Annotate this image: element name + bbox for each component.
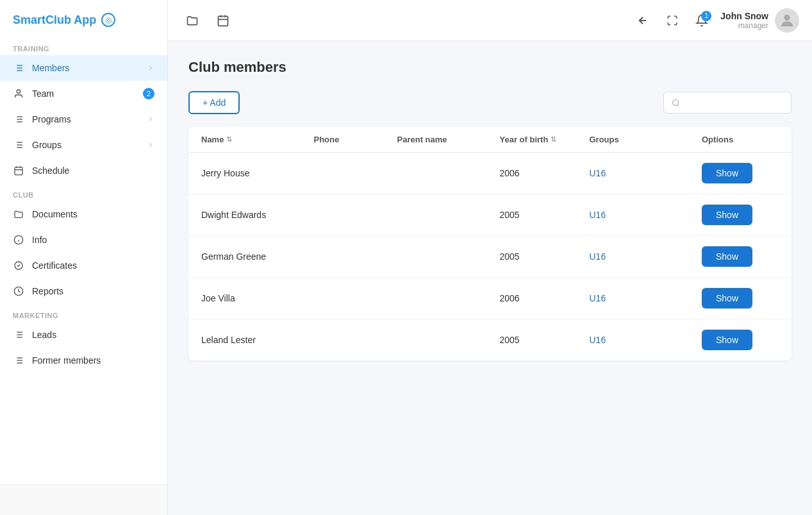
chevron-right-icon — [147, 64, 154, 72]
sidebar-item-members[interactable]: Members — [0, 55, 167, 81]
svg-rect-40 — [219, 16, 228, 26]
sidebar-item-certificates[interactable]: Certificates — [0, 253, 167, 278]
sidebar-item-label: Members — [32, 63, 139, 73]
app-logo[interactable]: SmartClub App ◎ — [0, 0, 167, 37]
sidebar-item-label: Info — [32, 235, 154, 245]
table-row: Joe Villa 2006 U16 Show — [188, 278, 791, 319]
sidebar-section-label: MARKETING — [0, 304, 167, 322]
folder-button[interactable] — [181, 9, 204, 32]
cell-year-of-birth: 2005 — [500, 251, 590, 262]
person-icon — [13, 88, 24, 99]
sidebar-item-documents[interactable]: Documents — [0, 201, 167, 227]
main-area: 1 John Snow manager Club members + Add — [168, 0, 812, 515]
group-link[interactable]: U16 — [590, 335, 606, 345]
badge: 2 — [143, 88, 154, 99]
col-groups: Groups — [590, 135, 702, 144]
sidebar-bottom — [0, 484, 167, 515]
table-row: Dwight Edwards 2005 U16 Show — [188, 194, 791, 236]
group-link[interactable]: U16 — [590, 251, 606, 262]
group-link[interactable]: U16 — [590, 210, 606, 220]
content-area: Club members + Add Name ⇅ Phone — [168, 41, 812, 515]
add-member-button[interactable]: + Add — [188, 91, 240, 114]
search-box — [663, 92, 791, 114]
sidebar-item-label: Certificates — [32, 260, 154, 271]
svg-point-45 — [673, 99, 679, 105]
search-input[interactable] — [685, 97, 783, 108]
cell-name: Leland Lester — [201, 335, 314, 345]
cell-options: Show — [702, 330, 779, 350]
cell-name: Dwight Edwards — [201, 210, 314, 220]
sidebar-item-schedule[interactable]: Schedule — [0, 158, 167, 183]
table-row: Leland Lester 2005 U16 Show — [188, 319, 791, 360]
sidebar-section-label: TRAINING — [0, 37, 167, 55]
sidebar-item-info[interactable]: Info — [0, 227, 167, 253]
back-button[interactable] — [632, 10, 654, 31]
show-button[interactable]: Show — [702, 246, 752, 267]
sidebar-item-leads[interactable]: Leads — [0, 322, 167, 348]
cell-year-of-birth: 2005 — [500, 210, 590, 220]
sidebar-section-label: CLUB — [0, 183, 167, 201]
sidebar-item-programs[interactable]: Programs — [0, 106, 167, 132]
user-name: John Snow — [720, 11, 768, 21]
sidebar-item-label: Leads — [32, 330, 154, 340]
cell-year-of-birth: 2006 — [500, 293, 590, 303]
page-title: Club members — [188, 59, 791, 76]
list-icon — [13, 114, 24, 125]
sidebar-item-label: Schedule — [32, 165, 154, 176]
fullscreen-button[interactable] — [661, 10, 683, 31]
sort-icon-yob: ⇅ — [551, 135, 556, 144]
svg-point-6 — [17, 90, 20, 93]
list-icon — [13, 329, 24, 341]
list-icon — [13, 355, 24, 366]
cell-year-of-birth: 2006 — [500, 168, 590, 178]
show-button[interactable]: Show — [702, 288, 752, 308]
cell-group: U16 — [590, 168, 702, 178]
svg-point-44 — [784, 14, 790, 20]
chevron-right-icon — [147, 115, 154, 123]
sidebar: SmartClub App ◎ TRAININGMembersTeam2Prog… — [0, 0, 168, 515]
cell-group: U16 — [590, 251, 702, 262]
table-row: Jerry House 2006 U16 Show — [188, 153, 791, 194]
user-text: John Snow manager — [720, 11, 768, 30]
info-icon — [13, 234, 24, 246]
col-phone: Phone — [314, 135, 397, 144]
topbar-actions: 1 John Snow manager — [632, 8, 799, 33]
show-button[interactable]: Show — [702, 205, 752, 225]
cell-year-of-birth: 2005 — [500, 335, 590, 345]
table-body: Jerry House 2006 U16 Show Dwight Edwards… — [188, 153, 791, 360]
sidebar-item-groups[interactable]: Groups — [0, 132, 167, 158]
group-link[interactable]: U16 — [590, 293, 606, 303]
sidebar-item-label: Groups — [32, 140, 139, 150]
badge-icon — [13, 260, 24, 271]
col-parent-name: Parent name — [397, 135, 500, 144]
topbar: 1 John Snow manager — [168, 0, 812, 41]
svg-rect-19 — [15, 167, 22, 175]
user-info[interactable]: John Snow manager — [720, 8, 799, 33]
show-button[interactable]: Show — [702, 163, 752, 183]
user-role: manager — [720, 21, 768, 30]
notification-button[interactable]: 1 — [691, 10, 713, 31]
sidebar-item-label: Team — [32, 89, 135, 99]
sidebar-item-team[interactable]: Team2 — [0, 81, 167, 106]
folder-icon — [13, 208, 24, 220]
calendar-button[interactable] — [211, 9, 235, 32]
cell-name: Jerry House — [201, 168, 314, 178]
table-header: Name ⇅ Phone Parent name Year of birth ⇅… — [188, 127, 791, 153]
cell-group: U16 — [590, 210, 702, 220]
cell-options: Show — [702, 288, 779, 308]
notification-badge: 1 — [701, 11, 711, 21]
chevron-right-icon — [147, 141, 154, 149]
cell-group: U16 — [590, 335, 702, 345]
sort-icon: ⇅ — [226, 135, 232, 144]
group-link[interactable]: U16 — [590, 168, 606, 178]
col-year-of-birth: Year of birth ⇅ — [500, 135, 590, 144]
members-table: Name ⇅ Phone Parent name Year of birth ⇅… — [188, 127, 791, 360]
app-name: SmartClub App — [13, 13, 96, 27]
calendar-icon — [13, 165, 24, 176]
cell-name: Joe Villa — [201, 293, 314, 303]
sidebar-item-label: Programs — [32, 114, 139, 124]
sidebar-item-reports[interactable]: Reports — [0, 278, 167, 304]
search-icon — [672, 98, 680, 108]
show-button[interactable]: Show — [702, 330, 752, 350]
sidebar-item-former-members[interactable]: Former members — [0, 348, 167, 373]
